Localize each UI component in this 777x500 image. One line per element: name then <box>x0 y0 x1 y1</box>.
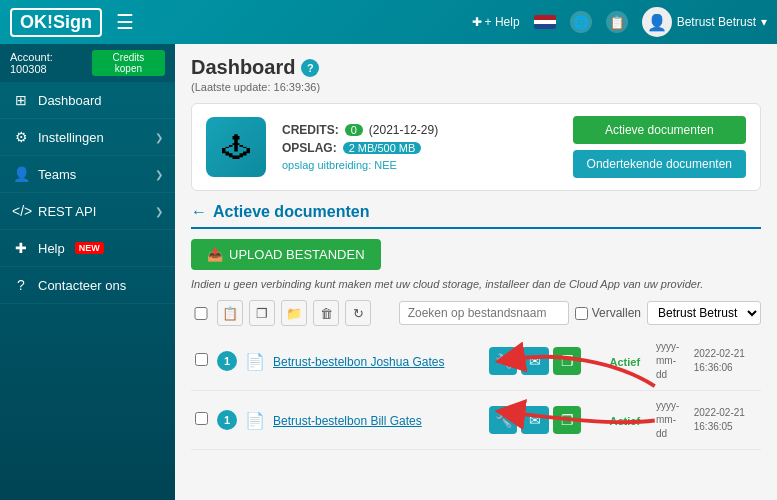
opslag-label: OPSLAG: <box>282 141 337 155</box>
table-row: 1 📄 Betrust-bestelbon Bill Gates 🔧 ✉ ❐ A… <box>191 391 761 450</box>
doc-actions: 🔧 ✉ ❐ <box>489 347 601 375</box>
sidebar: Account: 100308 Credits kopen ⊞ Dashboar… <box>0 44 175 500</box>
sidebar-item-rest-api[interactable]: </> REST API ❯ <box>0 193 175 230</box>
vervallen-checkbox[interactable] <box>575 307 588 320</box>
date-time: 2022-02-2116:36:05 <box>694 406 757 434</box>
doc-actions: 🔧 ✉ ❐ <box>489 406 601 434</box>
status-badge: Actief <box>610 415 641 427</box>
credits-label: CREDITS: <box>282 123 339 137</box>
sidebar-item-teams[interactable]: 👤 Teams ❯ <box>0 156 175 193</box>
hamburger-icon[interactable]: ☰ <box>116 10 134 34</box>
pdf-icon: 📄 <box>245 353 265 370</box>
signed-docs-button[interactable]: Ondertekende documenten <box>573 150 746 178</box>
toolbar-btn-5[interactable]: ↻ <box>345 300 371 326</box>
doc-link[interactable]: Betrust-bestelbon Joshua Gates <box>273 355 444 369</box>
gauge-icon: 🕹 <box>206 117 266 177</box>
table-row: 1 📄 Betrust-bestelbon Joshua Gates 🔧 ✉ ❐… <box>191 332 761 391</box>
contact-icon: ? <box>12 277 30 293</box>
pdf-icon: 📄 <box>245 412 265 429</box>
toolbar-btn-2[interactable]: ❐ <box>249 300 275 326</box>
status-badge: Actief <box>610 356 641 368</box>
opslag-uitbreiding: opslag uitbreiding: NEE <box>282 159 557 171</box>
upload-button[interactable]: 📤 UPLOAD BESTANDEN <box>191 239 381 270</box>
globe-icon[interactable]: 🌐 <box>570 11 592 33</box>
active-docs-button[interactable]: Actieve documenten <box>573 116 746 144</box>
sidebar-item-instellingen[interactable]: ⚙ Instellingen ❯ <box>0 119 175 156</box>
date-placeholder: yyyy-mm-dd <box>656 340 686 382</box>
doc-count-badge: 1 <box>217 351 237 371</box>
row-checkbox[interactable] <box>195 412 208 425</box>
page-title-row: Dashboard ? <box>191 56 761 79</box>
documents-table: 1 📄 Betrust-bestelbon Joshua Gates 🔧 ✉ ❐… <box>191 332 761 450</box>
account-bar: Account: 100308 Credits kopen <box>0 44 175 82</box>
opslag-value: 2 MB/500 MB <box>343 142 422 154</box>
sidebar-item-help[interactable]: ✚ Help NEW <box>0 230 175 267</box>
section-title: Actieve documenten <box>213 203 369 221</box>
wrench-button[interactable]: 🔧 <box>489 406 517 434</box>
sidebar-item-dashboard[interactable]: ⊞ Dashboard <box>0 82 175 119</box>
toolbar: 📋 ❐ 📁 🗑 ↻ Vervallen Betrust Betrust <box>191 300 761 326</box>
app-header: OK!Sign ☰ ✚ + Help 🌐 📋 👤 Betrust Betrust… <box>0 0 777 44</box>
user-menu[interactable]: 👤 Betrust Betrust ▾ <box>642 7 767 37</box>
sidebar-item-contact[interactable]: ? Contacteer ons <box>0 267 175 304</box>
vervallen-label: Vervallen <box>575 306 641 320</box>
dashboard-icon: ⊞ <box>12 92 30 108</box>
app-logo: OK!Sign <box>10 8 102 37</box>
chevron-down-icon: ▾ <box>761 15 767 29</box>
doc-count-badge: 1 <box>217 410 237 430</box>
toolbar-btn-3[interactable]: 📁 <box>281 300 307 326</box>
chevron-right-icon: ❯ <box>155 132 163 143</box>
account-number: Account: 100308 <box>10 51 92 75</box>
select-all-checkbox[interactable] <box>191 307 211 320</box>
date-time: 2022-02-2116:36:06 <box>694 347 757 375</box>
copy-button[interactable]: ❐ <box>553 347 581 375</box>
title-help-icon[interactable]: ? <box>301 59 319 77</box>
doc-link[interactable]: Betrust-bestelbon Bill Gates <box>273 414 422 428</box>
flag-icon[interactable] <box>534 15 556 29</box>
date-placeholder: yyyy-mm-dd <box>656 399 686 441</box>
copy-button[interactable]: ❐ <box>553 406 581 434</box>
api-icon: </> <box>12 203 30 219</box>
help-link[interactable]: ✚ + Help <box>472 15 520 29</box>
credits-value: 0 <box>345 124 363 136</box>
envelope-button[interactable]: ✉ <box>521 347 549 375</box>
header-right: ✚ + Help 🌐 📋 👤 Betrust Betrust ▾ <box>472 7 767 37</box>
wrench-button[interactable]: 🔧 <box>489 347 517 375</box>
avatar: 👤 <box>642 7 672 37</box>
row-checkbox[interactable] <box>195 353 208 366</box>
chevron-right-icon: ❯ <box>155 169 163 180</box>
cloud-info-text: Indien u geen verbinding kunt maken met … <box>191 278 761 290</box>
last-update: (Laatste update: 16:39:36) <box>191 81 761 93</box>
stats-details: CREDITS: 0 (2021-12-29) OPSLAG: 2 MB/500… <box>282 123 557 171</box>
plus-icon: ✚ <box>472 15 482 29</box>
section-header: ← Actieve documenten <box>191 203 761 229</box>
documents-wrapper: 1 📄 Betrust-bestelbon Joshua Gates 🔧 ✉ ❐… <box>191 332 761 450</box>
chevron-right-icon: ❯ <box>155 206 163 217</box>
page-title: Dashboard <box>191 56 295 79</box>
new-badge: NEW <box>75 242 104 254</box>
upload-icon: 📤 <box>207 247 223 262</box>
toolbar-btn-1[interactable]: 📋 <box>217 300 243 326</box>
credits-button[interactable]: Credits kopen <box>92 50 165 76</box>
doc-buttons: Actieve documenten Ondertekende document… <box>573 116 746 178</box>
back-arrow-icon[interactable]: ← <box>191 203 207 221</box>
settings-icon: ⚙ <box>12 129 30 145</box>
notifications-icon[interactable]: 📋 <box>606 11 628 33</box>
envelope-button[interactable]: ✉ <box>521 406 549 434</box>
stats-card: 🕹 CREDITS: 0 (2021-12-29) OPSLAG: 2 MB/5… <box>191 103 761 191</box>
user-select[interactable]: Betrust Betrust <box>647 301 761 325</box>
team-icon: 👤 <box>12 166 30 182</box>
help-plus-icon: ✚ <box>12 240 30 256</box>
toolbar-btn-4[interactable]: 🗑 <box>313 300 339 326</box>
main-content: Dashboard ? (Laatste update: 16:39:36) 🕹… <box>175 44 777 500</box>
search-input[interactable] <box>399 301 569 325</box>
credits-date: (2021-12-29) <box>369 123 438 137</box>
